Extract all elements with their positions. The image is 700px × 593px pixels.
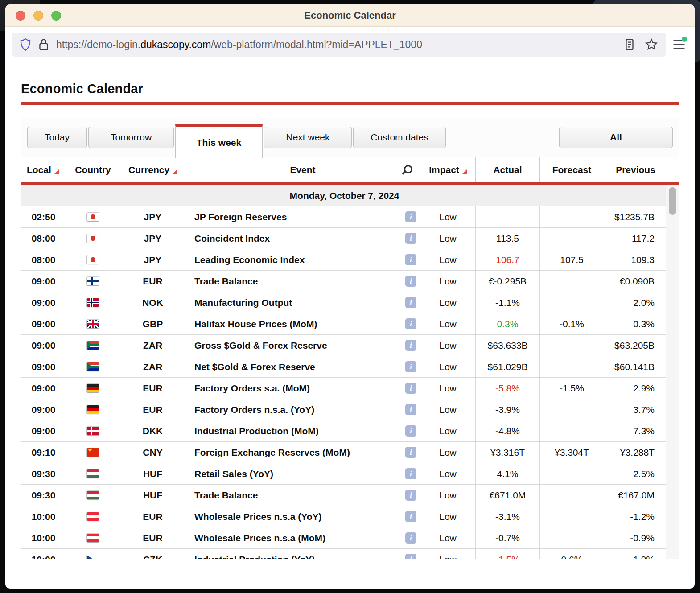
table-row[interactable]: 10:00CZKIndustrial Production (YoY)iLow-… [21, 549, 668, 559]
column-header-event[interactable]: Event [185, 157, 420, 182]
actual-value: -3.1% [476, 506, 540, 527]
column-header-country[interactable]: Country [66, 157, 120, 182]
flag-czech-republic-icon [87, 555, 99, 559]
country-cell [66, 549, 120, 559]
flag-austria-icon [87, 534, 99, 542]
lock-icon[interactable] [38, 38, 49, 51]
info-icon[interactable]: i [405, 318, 416, 329]
table-row[interactable]: 10:00EURWholesale Prices n.s.a (YoY)iLow… [21, 506, 668, 527]
previous-value: €167.0M [604, 485, 667, 506]
actual-value: 4.1% [476, 463, 540, 485]
table-row[interactable]: 09:30HUFRetail Sales (YoY)iLow4.1%2.5% [21, 463, 668, 485]
address-bar[interactable]: https://demo-login.dukascopy.com/web-pla… [12, 33, 666, 57]
actual-value: 106.7 [476, 249, 540, 271]
previous-value: -1.2% [604, 506, 667, 527]
info-icon[interactable]: i [405, 361, 416, 372]
table-row[interactable]: 09:00DKKIndustrial Production (MoM)iLow-… [21, 420, 668, 442]
info-icon[interactable]: i [405, 447, 416, 458]
column-header-impact[interactable]: Impact [420, 157, 476, 182]
close-button[interactable] [16, 11, 25, 21]
minimize-button[interactable] [33, 11, 43, 21]
reader-mode-icon[interactable] [624, 38, 635, 51]
table-row[interactable]: 09:00EURTrade BalanceiLow€-0.295B€0.090B [21, 271, 668, 292]
table-row[interactable]: 10:00EURWholesale Prices n.s.a (MoM)iLow… [21, 527, 668, 549]
flag-hungary-icon [87, 491, 99, 499]
info-icon[interactable]: i [405, 254, 416, 265]
window-title: Economic Calendar [5, 10, 695, 21]
column-header-local[interactable]: Local [21, 157, 66, 182]
info-icon[interactable]: i [405, 511, 416, 522]
previous-value: $1235.7B [604, 206, 667, 228]
info-icon[interactable]: i [405, 532, 416, 544]
scrollbar-thumb[interactable] [669, 187, 676, 215]
info-icon[interactable]: i [405, 276, 416, 287]
info-icon[interactable]: i [405, 425, 416, 437]
info-icon[interactable]: i [405, 404, 416, 415]
impact-value: Low [420, 249, 476, 271]
table-scrollbar[interactable] [666, 185, 679, 559]
forecast-value [540, 463, 604, 485]
table-row[interactable]: 09:30HUFTrade BalanceiLow€671.0M€167.0M [21, 485, 668, 506]
table-row[interactable]: 09:00NOKManufacturing OutputiLow-1.1%2.0… [21, 292, 668, 313]
shield-icon[interactable] [20, 38, 31, 51]
info-icon[interactable]: i [405, 468, 416, 479]
browser-menu-button[interactable] [670, 35, 688, 54]
table-row[interactable]: 02:50JPYJP Foreign ReservesiLow$1235.7B [21, 206, 668, 228]
tab-next-week[interactable]: Next week [264, 127, 352, 148]
tab-this-week[interactable]: This week [175, 124, 263, 158]
column-header-currency[interactable]: Currency [120, 157, 185, 182]
url-prefix: https://demo-login. [56, 39, 140, 50]
event-time: 09:10 [21, 442, 66, 463]
currency-code: ZAR [120, 356, 185, 378]
all-button[interactable]: All [559, 127, 673, 148]
search-icon[interactable] [402, 165, 413, 175]
info-icon[interactable]: i [405, 340, 416, 351]
table-row[interactable]: 08:00JPYCoincident IndexiLow113.5117.2 [21, 228, 668, 249]
page-content: Economic Calendar Today Tomorrow This we… [5, 82, 695, 559]
forecast-value [540, 420, 604, 442]
previous-value: ¥3.288T [604, 442, 667, 463]
actual-value: -1.1% [476, 292, 540, 313]
tab-custom-dates[interactable]: Custom dates [353, 127, 446, 148]
bookmark-star-icon[interactable] [645, 38, 658, 51]
event-name: Wholesale Prices n.s.a (MoM) [194, 533, 325, 544]
flag-south-africa-icon [87, 341, 99, 350]
column-header-previous[interactable]: Previous [604, 157, 667, 182]
event-time: 09:00 [21, 292, 66, 313]
currency-code: NOK [120, 292, 185, 313]
info-icon[interactable]: i [405, 297, 416, 308]
info-icon[interactable]: i [405, 383, 416, 394]
column-header-actual[interactable]: Actual [476, 157, 540, 182]
column-header-forecast[interactable]: Forecast [540, 157, 604, 182]
actual-value: -5.8% [476, 378, 540, 399]
zoom-button[interactable] [51, 11, 61, 21]
info-icon[interactable]: i [405, 490, 416, 501]
event-cell: Trade Balancei [185, 485, 420, 506]
actual-value: -1.5% [476, 549, 540, 559]
info-icon[interactable]: i [405, 233, 416, 244]
info-icon[interactable]: i [405, 211, 416, 222]
table-row[interactable]: 09:00EURFactory Orders n.s.a. (YoY)iLow-… [21, 399, 668, 420]
country-cell [66, 292, 120, 313]
event-cell: JP Foreign Reservesi [185, 206, 420, 228]
table-row[interactable]: 08:00JPYLeading Economic IndexiLow106.71… [21, 249, 668, 271]
table-row[interactable]: 09:10CNYForeign Exchange Reserves (MoM)i… [21, 442, 668, 463]
impact-value: Low [420, 420, 476, 442]
tab-today[interactable]: Today [27, 127, 87, 148]
table-row[interactable]: 09:00ZARGross $Gold & Forex ReserveiLow$… [21, 335, 668, 356]
country-cell [66, 378, 120, 399]
info-icon[interactable]: i [405, 554, 416, 559]
country-cell [66, 506, 120, 527]
tab-tomorrow[interactable]: Tomorrow [88, 127, 174, 148]
date-range-toolbar: Today Tomorrow This week Next week Custo… [21, 118, 679, 157]
event-time: 09:00 [21, 271, 66, 292]
table-row[interactable]: 09:00GBPHalifax House Prices (MoM)iLow0.… [21, 313, 668, 335]
impact-value: Low [420, 549, 476, 559]
event-cell: Gross $Gold & Forex Reservei [185, 335, 420, 356]
sort-indicator-icon [462, 169, 467, 174]
actual-value: €671.0M [476, 485, 540, 506]
country-cell [66, 442, 120, 463]
table-row[interactable]: 09:00ZARNet $Gold & Forex ReserveiLow$61… [21, 356, 668, 378]
event-time: 02:50 [21, 206, 66, 228]
table-row[interactable]: 09:00EURFactory Orders s.a. (MoM)iLow-5.… [21, 378, 668, 399]
